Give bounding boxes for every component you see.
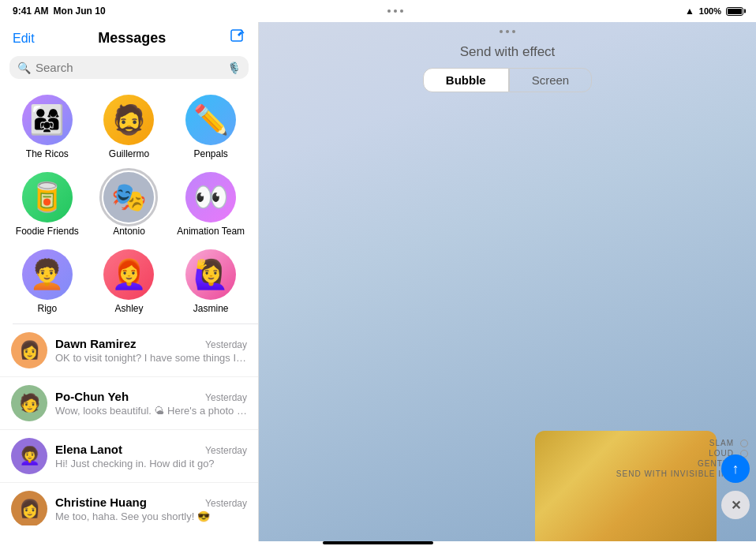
status-bar-right: ▲ 100% (685, 6, 743, 17)
pinned-animation[interactable]: 👀Animation Team (170, 166, 252, 243)
msg-body-pochun: Po-Chun YehYesterdayWow, looks beautiful… (55, 390, 247, 417)
sidebar-header: Edit Messages (0, 22, 258, 51)
effect-dot-slam[interactable] (740, 439, 748, 447)
pinned-contacts-grid: 👨‍👩‍👧The Ricos🧔Guillermo✏️Penpals🥫Foodie… (0, 85, 258, 323)
bubble-tab[interactable]: Bubble (423, 68, 509, 92)
main-content: Edit Messages 🔍 🎙️ 👨‍👩‍👧The Ricos🧔Guille… (0, 22, 756, 541)
effect-preview-area: SLAMLOUDGENTLESEND WITH INVISIBLE INK ↑ … (259, 92, 756, 541)
battery-icon (726, 7, 743, 16)
pinned-label-guillermo: Guillermo (109, 148, 149, 159)
send-icon: ↑ (732, 461, 739, 477)
search-bar[interactable]: 🔍 🎙️ (9, 56, 249, 79)
msg-avatar-dawn: 👩 (11, 332, 47, 368)
effect-row-slam[interactable]: SLAM (709, 439, 748, 447)
dot2 (394, 9, 397, 13)
pinned-foodie[interactable]: 🥫Foodie Friends (6, 166, 88, 243)
edit-button[interactable]: Edit (13, 32, 35, 46)
msg-avatar-pochun: 🧑 (11, 385, 47, 421)
avatar-rigo: 🧑‍🦱 (22, 249, 73, 300)
msg-name-dawn: Dawn Ramirez (55, 337, 137, 350)
home-bar (323, 541, 433, 544)
svg-rect-0 (231, 30, 242, 41)
msg-body-elena: Elena LanotYesterdayHi! Just checking in… (55, 443, 247, 469)
dot3 (400, 9, 403, 13)
status-date: Mon Jun 10 (54, 6, 106, 17)
pinned-antonio[interactable]: 🎭Antonio (88, 166, 170, 243)
pinned-label-penpals: Penpals (193, 148, 227, 159)
avatar-guillermo: 🧔 (103, 95, 154, 145)
msg-name-christine: Christine Huang (55, 496, 147, 509)
pinned-label-jasmine: Jasmine (193, 303, 229, 314)
msg-body-christine: Christine HuangYesterdayMe too, haha. Se… (55, 496, 247, 522)
pinned-jasmine[interactable]: 🙋‍♀️Jasmine (170, 243, 252, 320)
pinned-guillermo[interactable]: 🧔Guillermo (88, 88, 170, 166)
search-icon: 🔍 (17, 62, 31, 74)
message-item-pochun[interactable]: 🧑Po-Chun YehYesterdayWow, looks beautifu… (0, 377, 258, 430)
status-bar: 9:41 AM Mon Jun 10 ▲ 100% (0, 0, 756, 22)
right-panel: Send with effect Bubble Screen SLAMLOUDG… (259, 22, 756, 541)
msg-preview-pochun: Wow, looks beautiful. 🌤 Here's a photo o… (55, 405, 247, 417)
msg-time-pochun: Yesterday (205, 392, 247, 403)
dot-1 (500, 30, 503, 33)
pinned-label-foodie: Foodie Friends (16, 226, 79, 237)
dot-3 (512, 30, 515, 33)
cancel-button[interactable]: ✕ (721, 491, 750, 519)
avatar-penpals: ✏️ (185, 95, 236, 145)
pinned-label-ricos: The Ricos (26, 148, 69, 159)
pinned-label-antonio: Antonio (113, 226, 145, 237)
pinned-ashley[interactable]: 👩‍🦰Ashley (88, 243, 170, 320)
pinned-penpals[interactable]: ✏️Penpals (170, 88, 252, 166)
msg-preview-elena: Hi! Just checking in. How did it go? (55, 458, 247, 469)
pinned-ricos[interactable]: 👨‍👩‍👧The Ricos (6, 88, 88, 166)
mic-icon[interactable]: 🎙️ (227, 62, 241, 74)
compose-icon (230, 28, 245, 44)
avatar-foodie: 🥫 (22, 172, 73, 223)
pinned-label-animation: Animation Team (177, 226, 245, 237)
msg-name-elena: Elena Lanot (55, 443, 122, 456)
send-with-effect-title: Send with effect (259, 44, 756, 60)
wifi-icon: ▲ (685, 6, 694, 17)
msg-name-pochun: Po-Chun Yeh (55, 390, 129, 403)
messages-title: Messages (35, 30, 230, 47)
search-input[interactable] (36, 61, 223, 74)
pinned-label-ashley: Ashley (114, 303, 143, 314)
sidebar: Edit Messages 🔍 🎙️ 👨‍👩‍👧The Ricos🧔Guille… (0, 22, 259, 541)
msg-time-elena: Yesterday (205, 445, 247, 456)
avatar-jasmine: 🙋‍♀️ (185, 249, 236, 300)
battery-fill (728, 9, 742, 14)
message-item-christine[interactable]: 👩Christine HuangYesterdayMe too, haha. S… (0, 483, 258, 525)
pinned-rigo[interactable]: 🧑‍🦱Rigo (6, 243, 88, 320)
drag-handle (259, 22, 756, 41)
effect-label-slam: SLAM (709, 439, 734, 447)
status-time: 9:41 AM (13, 6, 49, 17)
effect-toggle: Bubble Screen (259, 68, 756, 92)
pinned-label-rigo: Rigo (37, 303, 57, 314)
sidebar-bottom (0, 525, 258, 541)
msg-time-dawn: Yesterday (205, 339, 247, 350)
screen-tab[interactable]: Screen (509, 68, 593, 92)
avatar-ashley: 👩‍🦰 (103, 249, 154, 300)
avatar-ricos: 👨‍👩‍👧 (22, 95, 73, 145)
msg-body-dawn: Dawn RamirezYesterdayOK to visit tonight… (55, 337, 247, 364)
msg-preview-christine: Me too, haha. See you shortly! 😎 (55, 510, 247, 522)
avatar-animation: 👀 (185, 172, 236, 223)
compose-button[interactable] (230, 28, 245, 48)
msg-time-christine: Yesterday (205, 498, 247, 509)
avatar-antonio: 🎭 (103, 172, 154, 223)
status-bar-left: 9:41 AM Mon Jun 10 (13, 6, 106, 17)
message-item-elena[interactable]: 👩‍🦱Elena LanotYesterdayHi! Just checking… (0, 430, 258, 483)
message-item-dawn[interactable]: 👩Dawn RamirezYesterdayOK to visit tonigh… (0, 324, 258, 377)
battery-percent: 100% (699, 6, 721, 16)
bottom-action-buttons: ↑ ✕ (721, 454, 750, 519)
msg-avatar-christine: 👩 (11, 491, 47, 525)
cancel-icon: ✕ (731, 498, 741, 513)
dot-2 (506, 30, 509, 33)
effect-label-invisible: SEND WITH INVISIBLE INK (616, 469, 734, 478)
send-button[interactable]: ↑ (721, 454, 750, 483)
msg-preview-dawn: OK to visit tonight? I have some things … (55, 352, 247, 364)
msg-avatar-elena: 👩‍🦱 (11, 438, 47, 474)
message-list: 👩Dawn RamirezYesterdayOK to visit tonigh… (0, 324, 258, 525)
dot1 (387, 9, 391, 13)
home-indicator (0, 541, 756, 546)
status-bar-center (387, 9, 403, 13)
